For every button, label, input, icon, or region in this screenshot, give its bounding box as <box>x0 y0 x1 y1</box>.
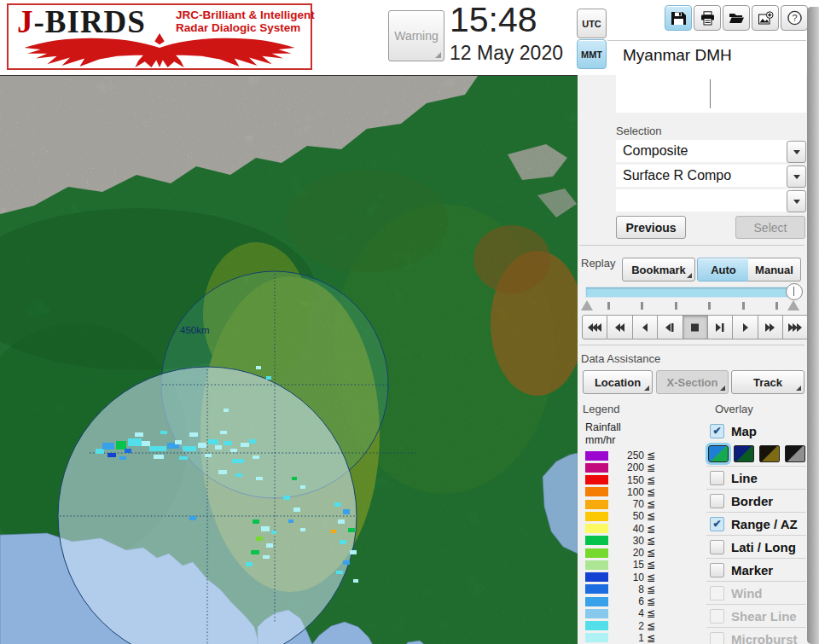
checkbox-map[interactable]: ✔ <box>710 424 724 438</box>
timeline-start-marker[interactable] <box>581 300 593 310</box>
replay-slider-handle[interactable] <box>786 283 803 300</box>
overlay-item-border[interactable]: Border <box>706 489 806 512</box>
playback-fwd3-button[interactable] <box>783 315 808 339</box>
rain-echo <box>343 509 350 514</box>
legend-lte-symbol: ≦ <box>647 523 655 535</box>
mmt-button[interactable]: MMT <box>577 39 607 69</box>
playback-controls <box>582 315 809 339</box>
legend-color-swatch <box>585 451 608 461</box>
playback-rew2-button[interactable] <box>607 315 632 339</box>
stop-icon <box>690 323 700 332</box>
overlay-item-shear-line[interactable]: Shear Line <box>706 604 806 627</box>
manual-mode-button[interactable]: Manual <box>748 258 801 281</box>
dropdown-composite[interactable]: Composite <box>616 140 806 162</box>
warning-button[interactable]: Warning <box>388 10 444 61</box>
legend-value: 10 <box>608 571 644 583</box>
previous-button[interactable]: Previous <box>616 216 686 239</box>
playback-stop-button[interactable] <box>683 315 708 339</box>
legend-row: 6≦ <box>585 595 679 607</box>
legend-lte-symbol: ≦ <box>647 510 655 522</box>
legend-row: 20≦ <box>585 547 679 559</box>
map-style-swatch-2[interactable] <box>734 445 754 462</box>
selection-section-label: Selection <box>616 125 661 137</box>
print-button[interactable] <box>694 5 721 31</box>
overlay-item-wind[interactable]: Wind <box>706 581 806 604</box>
rain-echo <box>119 456 126 460</box>
dropdown-arrow-button[interactable] <box>787 165 806 188</box>
auto-mode-button[interactable]: Auto <box>697 258 750 281</box>
timeline-tick <box>708 302 711 310</box>
playback-play-back-button[interactable] <box>633 315 658 339</box>
dropdown-arrow-button[interactable] <box>787 190 806 212</box>
help-button[interactable]: ? <box>781 5 808 31</box>
rain-echo <box>175 440 182 444</box>
overlay-item-marker[interactable]: Marker <box>706 558 806 581</box>
legend-units: Rainfall mm/hr <box>585 421 621 447</box>
rain-echo <box>107 453 116 457</box>
checkbox-line[interactable] <box>710 471 724 485</box>
print-icon <box>700 11 716 26</box>
legend-color-swatch <box>585 584 608 594</box>
rain-echo <box>283 496 290 500</box>
station-name-field[interactable]: Myanmar DMH <box>616 43 813 68</box>
legend-row: 50≦ <box>585 510 679 522</box>
dropdown-product[interactable]: Surface R Compo <box>616 165 806 187</box>
rain-echo <box>232 459 244 463</box>
rain-echo <box>261 526 270 531</box>
map-style-swatch-3[interactable] <box>759 445 780 462</box>
legend-color-swatch <box>585 633 608 642</box>
overlay-item-map[interactable]: ✔Map <box>706 420 806 442</box>
checkbox-microburst[interactable] <box>710 632 724 644</box>
playback-step-fwd-button[interactable] <box>708 315 733 339</box>
location-button[interactable]: Location <box>583 370 653 394</box>
rain-echo <box>189 432 198 437</box>
legend-color-swatch <box>585 487 608 496</box>
legend-row: 4≦ <box>585 607 679 619</box>
overlay-item-range-az[interactable]: ✔Range / AZ <box>706 512 806 535</box>
checkbox-lati-long[interactable] <box>710 540 724 554</box>
playback-rew3-button[interactable] <box>582 315 607 339</box>
overlay-item-line[interactable]: Line <box>706 466 806 489</box>
bookmark-button[interactable]: Bookmark <box>622 258 695 281</box>
x-section-button[interactable]: X-Section <box>656 370 729 394</box>
dropdown-arrow-button[interactable] <box>787 141 806 163</box>
track-button[interactable]: Track <box>731 370 804 394</box>
sidebar-splitter[interactable] <box>807 7 819 644</box>
corner-grip-icon <box>687 273 692 278</box>
checkbox-border[interactable] <box>710 494 724 508</box>
select-button[interactable]: Select <box>735 216 805 239</box>
legend-lte-symbol: ≦ <box>647 571 655 583</box>
overlay-item-microburst[interactable]: Microburst <box>706 627 806 644</box>
overlay-item-lati-long[interactable]: Lati / Long <box>706 535 806 558</box>
rain-echo <box>266 543 273 548</box>
checkbox-wind[interactable] <box>710 586 724 600</box>
checkbox-marker[interactable] <box>710 563 724 577</box>
legend-value: 200 <box>608 461 644 473</box>
open-folder-button[interactable] <box>723 5 750 31</box>
rain-echo <box>125 449 131 453</box>
playback-fwd2-button[interactable] <box>758 315 783 339</box>
dropdown-extra[interactable] <box>616 189 806 212</box>
playback-step-back-button[interactable] <box>658 315 682 339</box>
radar-map[interactable]: 450km <box>0 75 578 644</box>
checkbox-shear-line[interactable] <box>710 609 724 624</box>
checkbox-range-az[interactable]: ✔ <box>710 517 724 531</box>
playback-play-fwd-button[interactable] <box>733 315 758 339</box>
corner-grip-icon <box>796 386 801 391</box>
map-style-swatch-4[interactable] <box>785 445 805 462</box>
map-style-swatches <box>706 442 806 466</box>
rain-echo <box>348 528 355 532</box>
legend-lte-symbol: ≦ <box>647 583 655 595</box>
legend-color-swatch <box>585 524 608 533</box>
rain-echo <box>224 409 229 412</box>
map-style-swatch-1[interactable] <box>708 445 729 462</box>
add-image-button[interactable] <box>752 5 779 31</box>
command-input[interactable] <box>616 75 806 113</box>
rain-echo <box>293 508 300 512</box>
replay-timeline-slider[interactable] <box>585 287 802 298</box>
legend-row: 40≦ <box>585 523 679 535</box>
save-button[interactable] <box>665 5 692 31</box>
utc-button[interactable]: UTC <box>577 9 607 38</box>
rew3-icon <box>587 323 602 332</box>
timeline-end-marker[interactable] <box>787 300 799 310</box>
